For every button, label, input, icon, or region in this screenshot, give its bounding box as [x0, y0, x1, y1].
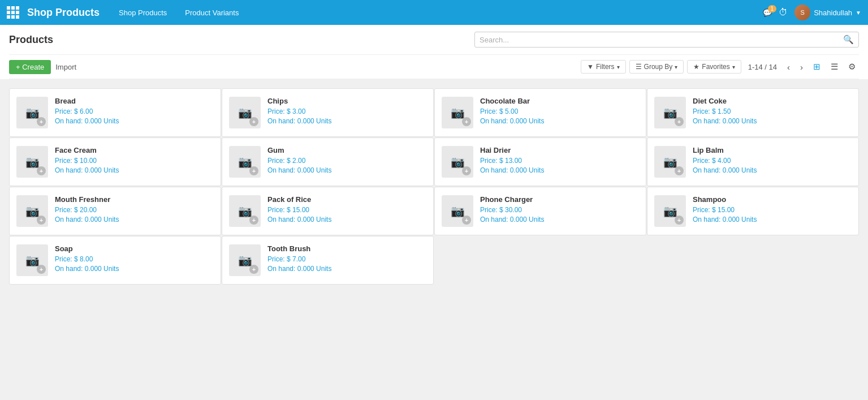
product-image: 📷 + — [442, 195, 473, 227]
product-onhand: On hand: 0.000 Units — [267, 117, 426, 125]
add-image-icon: + — [675, 216, 684, 225]
create-button[interactable]: + Create — [9, 60, 51, 74]
product-card[interactable]: 📷 + Mouth Freshner Price: $ 20.00 On han… — [9, 187, 221, 235]
product-card[interactable]: 📷 + Lip Balm Price: $ 4.00 On hand: 0.00… — [647, 137, 859, 186]
add-image-icon: + — [37, 265, 46, 274]
product-name: Mouth Freshner — [55, 195, 214, 204]
product-onhand: On hand: 0.000 Units — [55, 117, 214, 125]
product-onhand: On hand: 0.000 Units — [693, 166, 852, 174]
product-card[interactable]: 📷 + Diet Coke Price: $ 1.50 On hand: 0.0… — [647, 88, 859, 137]
product-card[interactable]: 📷 + Chocolate Bar Price: $ 5.00 On hand:… — [434, 88, 646, 137]
product-card[interactable]: 📷 + Tooth Brush Price: $ 7.00 On hand: 0… — [222, 236, 434, 285]
nav-shop-products[interactable]: Shop Products — [115, 6, 170, 19]
top-nav: Shop Products Shop Products Product Vari… — [0, 0, 868, 25]
product-name: Soap — [55, 244, 214, 253]
app-title: Shop Products — [27, 7, 100, 19]
product-name: Face Cream — [55, 146, 214, 154]
product-card[interactable]: 📷 + Phone Charger Price: $ 30.00 On hand… — [434, 187, 646, 235]
product-info: Tooth Brush Price: $ 7.00 On hand: 0.000… — [267, 244, 426, 273]
product-card[interactable]: 📷 + Face Cream Price: $ 10.00 On hand: 0… — [9, 137, 221, 186]
toolbar-row2: + Create Import ▼ Filters ▾ ☰ Group By ▾… — [9, 55, 859, 79]
camera-icon: 📷 — [663, 204, 677, 218]
product-onhand: On hand: 0.000 Units — [693, 216, 852, 223]
product-name: Shampoo — [693, 195, 852, 204]
product-card[interactable]: 📷 + Gum Price: $ 2.00 On hand: 0.000 Uni… — [222, 137, 434, 186]
product-price: Price: $ 10.00 — [55, 157, 214, 165]
search-input[interactable] — [480, 36, 843, 44]
groupby-caret: ▾ — [675, 64, 677, 70]
product-image: 📷 + — [16, 97, 48, 128]
product-price: Price: $ 3.00 — [267, 107, 426, 115]
product-card[interactable]: 📷 + Pack of Rice Price: $ 15.00 On hand:… — [222, 187, 434, 235]
product-info: Lip Balm Price: $ 4.00 On hand: 0.000 Un… — [693, 146, 852, 174]
product-image: 📷 + — [229, 195, 261, 227]
product-info: Shampoo Price: $ 15.00 On hand: 0.000 Un… — [693, 195, 852, 223]
product-price: Price: $ 15.00 — [267, 206, 426, 214]
product-info: Gum Price: $ 2.00 On hand: 0.000 Units — [267, 146, 426, 174]
product-card[interactable]: 📷 + Bread Price: $ 6.00 On hand: 0.000 U… — [9, 88, 221, 137]
product-onhand: On hand: 0.000 Units — [55, 265, 214, 273]
product-price: Price: $ 13.00 — [480, 157, 639, 165]
chat-icon[interactable]: 💬 1 — [763, 8, 772, 17]
product-name: Diet Coke — [693, 97, 852, 105]
toolbar-row1: Products 🔍 — [9, 25, 859, 55]
product-price: Price: $ 1.50 — [693, 107, 852, 115]
product-info: Chocolate Bar Price: $ 5.00 On hand: 0.0… — [480, 97, 639, 125]
product-name: Pack of Rice — [267, 195, 426, 204]
add-image-icon: + — [462, 216, 471, 225]
product-onhand: On hand: 0.000 Units — [267, 265, 426, 273]
add-image-icon: + — [37, 117, 46, 126]
nav-product-variants[interactable]: Product Variants — [182, 6, 242, 19]
settings-view-button[interactable]: ⚙ — [845, 59, 859, 74]
filters-button[interactable]: ▼ Filters ▾ — [581, 60, 626, 74]
prev-page-button[interactable]: ‹ — [784, 61, 793, 73]
product-image: 📷 + — [16, 244, 48, 276]
product-card[interactable]: 📷 + Shampoo Price: $ 15.00 On hand: 0.00… — [647, 187, 859, 235]
product-image: 📷 + — [229, 244, 261, 276]
product-card[interactable]: 📷 + Soap Price: $ 8.00 On hand: 0.000 Un… — [9, 236, 221, 285]
search-button[interactable]: 🔍 — [843, 35, 854, 45]
product-image: 📷 + — [442, 146, 473, 178]
clock-icon[interactable]: ⏱ — [779, 7, 788, 18]
product-onhand: On hand: 0.000 Units — [55, 216, 214, 223]
import-button[interactable]: Import — [51, 60, 81, 74]
product-name: Hai Drier — [480, 146, 639, 154]
camera-icon: 📷 — [25, 106, 40, 119]
camera-icon: 📷 — [451, 155, 465, 169]
user-menu[interactable]: S Shahidullah ▼ — [794, 5, 861, 20]
product-onhand: On hand: 0.000 Units — [480, 216, 639, 223]
camera-icon: 📷 — [238, 204, 252, 218]
add-image-icon: + — [675, 117, 684, 126]
apps-menu-icon[interactable] — [7, 6, 19, 19]
product-name: Chocolate Bar — [480, 97, 639, 105]
product-price: Price: $ 15.00 — [693, 206, 852, 214]
chat-badge: 1 — [768, 5, 777, 12]
product-price: Price: $ 5.00 — [480, 107, 639, 115]
product-info: Mouth Freshner Price: $ 20.00 On hand: 0… — [55, 195, 214, 223]
groupby-icon: ☰ — [636, 63, 642, 71]
grid-view-button[interactable]: ⊞ — [810, 59, 824, 74]
pagination-info: 1-14 / 14 — [748, 63, 777, 71]
avatar: S — [794, 5, 810, 20]
camera-icon: 📷 — [238, 155, 252, 169]
product-card[interactable]: 📷 + Hai Drier Price: $ 13.00 On hand: 0.… — [434, 137, 646, 186]
product-image: 📷 + — [16, 146, 48, 178]
product-info: Diet Coke Price: $ 1.50 On hand: 0.000 U… — [693, 97, 852, 125]
toolbar-area: Products 🔍 + Create Import ▼ Filters ▾ ☰… — [0, 25, 868, 79]
product-card[interactable]: 📷 + Chips Price: $ 3.00 On hand: 0.000 U… — [222, 88, 434, 137]
product-image: 📷 + — [16, 195, 48, 227]
product-image: 📷 + — [654, 97, 686, 128]
product-info: Pack of Rice Price: $ 15.00 On hand: 0.0… — [267, 195, 426, 223]
products-grid: 📷 + Bread Price: $ 6.00 On hand: 0.000 U… — [0, 79, 868, 294]
favorites-button[interactable]: ★ Favorites ▾ — [687, 60, 741, 74]
product-price: Price: $ 6.00 — [55, 107, 214, 115]
list-view-button[interactable]: ☰ — [827, 59, 841, 74]
next-page-button[interactable]: › — [797, 61, 806, 73]
product-name: Lip Balm — [693, 146, 852, 154]
user-dropdown-icon: ▼ — [856, 10, 861, 16]
username: Shahidullah — [814, 8, 852, 17]
product-onhand: On hand: 0.000 Units — [267, 166, 426, 174]
product-info: Phone Charger Price: $ 30.00 On hand: 0.… — [480, 195, 639, 223]
add-image-icon: + — [249, 265, 258, 274]
groupby-button[interactable]: ☰ Group By ▾ — [629, 60, 684, 74]
